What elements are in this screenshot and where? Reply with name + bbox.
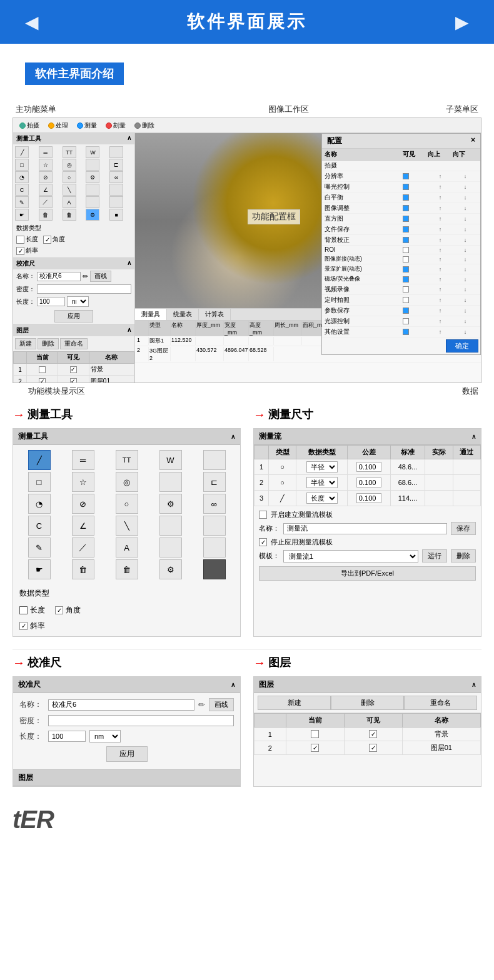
calib-chevron[interactable]: ∧	[231, 681, 235, 688]
layer-r1-visible-box[interactable]: ✓	[369, 730, 377, 738]
config-down-stitch[interactable]: ↓	[453, 256, 478, 262]
flow-save-btn[interactable]: 保存	[451, 522, 476, 535]
measure-tool-chevron[interactable]: ∧	[231, 433, 235, 440]
menu-item-process[interactable]: 处理	[44, 120, 72, 131]
ti-hline[interactable]: ═	[72, 450, 94, 470]
tool-tt[interactable]: TT	[63, 146, 76, 158]
ti-pen[interactable]: ✎	[28, 538, 51, 558]
cb-slope[interactable]: ✓	[16, 247, 24, 255]
flow-run-btn[interactable]: 运行	[422, 549, 447, 562]
config-down-filesave[interactable]: ↓	[453, 226, 478, 232]
calib-draw-btn[interactable]: 画线	[209, 698, 234, 711]
config-vis-depth[interactable]	[403, 266, 409, 272]
config-vis-roi[interactable]	[403, 247, 409, 253]
ti-w[interactable]: W	[159, 450, 182, 470]
config-down-resolution[interactable]: ↓	[453, 173, 478, 179]
config-up-roi[interactable]: ↑	[428, 247, 453, 253]
ti-line[interactable]: ╱	[28, 450, 51, 470]
config-up-exposure[interactable]: ↑	[428, 184, 453, 190]
tool-hand[interactable]: ☛	[15, 209, 29, 221]
flow-export-btn[interactable]: 导出到PDF/Excel	[259, 566, 476, 581]
config-down-exposure[interactable]: ↓	[453, 184, 478, 190]
lp-calib-chevron[interactable]: ∧	[127, 259, 131, 268]
lp-layer-visible-2[interactable]: ✓	[58, 376, 89, 383]
config-vis-wb[interactable]	[403, 194, 409, 201]
config-down-depth[interactable]: ↓	[453, 266, 478, 272]
menu-item-camera[interactable]: 拍摄	[16, 120, 43, 131]
flow-chevron[interactable]: ∧	[471, 433, 476, 440]
ti-circle[interactable]: ○	[116, 494, 138, 514]
tool-circle2[interactable]: ◎	[63, 159, 76, 171]
ti-inf[interactable]: ∞	[203, 494, 226, 514]
calib-name-input[interactable]	[48, 699, 194, 711]
config-vis-video[interactable]	[403, 286, 409, 292]
tool-rect[interactable]: □	[15, 159, 29, 171]
config-vis-other[interactable]	[403, 329, 409, 335]
lp-pencil[interactable]: ✏	[83, 272, 88, 281]
config-down-bgcorrect[interactable]: ↓	[453, 237, 478, 243]
tool-circ[interactable]: ○	[63, 171, 76, 183]
tool-hline[interactable]: ═	[39, 146, 53, 158]
config-close-btn[interactable]: ×	[471, 136, 475, 146]
flow-enable-cb[interactable]	[259, 511, 267, 519]
layer-r1-current-box[interactable]	[311, 730, 319, 738]
flow-r1-select[interactable]: 半径 直径	[306, 461, 338, 472]
next-arrow[interactable]: ▶	[455, 12, 469, 32]
ti-del1[interactable]: 🗑	[72, 559, 94, 579]
config-down-magnetic[interactable]: ↓	[453, 276, 478, 282]
sw-tab-calc[interactable]: 计算表	[199, 309, 231, 320]
tool-del2[interactable]: 🗑	[63, 209, 76, 221]
config-vis-imgadj[interactable]	[403, 205, 409, 211]
lp-draw-btn[interactable]: 画线	[90, 271, 111, 282]
config-vis-magnetic[interactable]	[403, 276, 409, 282]
flow-r3-select[interactable]: 长度	[306, 492, 338, 504]
tool-link[interactable]: ⊏	[109, 159, 123, 171]
calib-unit-select[interactable]: nm μm mm	[89, 730, 121, 742]
lp-layer-current-2[interactable]: ✓	[27, 376, 58, 383]
lp-cb-length[interactable]: 长度	[16, 235, 38, 244]
ti-hand[interactable]: ☛	[28, 559, 51, 579]
cb-angle[interactable]: ✓	[43, 236, 51, 244]
tool-slash[interactable]: ⊘	[39, 171, 53, 183]
cb-angle-box[interactable]: ✓	[55, 606, 63, 614]
config-down-roi[interactable]: ↓	[453, 247, 478, 253]
config-up-imgadj[interactable]: ↑	[428, 205, 453, 211]
flow-stop-cb[interactable]: ✓	[259, 538, 267, 546]
tool-del1[interactable]: 🗑	[39, 209, 53, 221]
lp-del-btn[interactable]: 删除	[38, 338, 59, 349]
tool-fwd[interactable]: ／	[39, 196, 53, 208]
ti-blk[interactable]	[203, 559, 226, 579]
layer-r2-current-box[interactable]: ✓	[311, 744, 319, 752]
config-vis-exposure[interactable]	[403, 184, 409, 190]
config-up-paramsave[interactable]: ↑	[428, 308, 453, 314]
lp-cb-angle[interactable]: ✓ 角度	[43, 235, 65, 244]
config-vis-light[interactable]	[403, 318, 409, 324]
flow-tpl-select[interactable]: 测量流1	[283, 550, 418, 562]
config-up-hist[interactable]: ↑	[428, 216, 453, 222]
cb-length-main[interactable]: 长度	[19, 605, 45, 616]
cb-slope-box[interactable]: ✓	[19, 622, 28, 630]
flow-name-input[interactable]	[283, 523, 447, 534]
tool-line[interactable]: ╱	[15, 146, 29, 158]
sw-tab-measure[interactable]: 测量具	[135, 309, 167, 320]
config-down-timer[interactable]: ↓	[453, 297, 478, 303]
config-up-stitch[interactable]: ↑	[428, 256, 453, 262]
config-vis-timer[interactable]	[403, 297, 409, 303]
tool-star[interactable]: ☆	[39, 159, 53, 171]
layer-rename-btn[interactable]: 重命名	[404, 696, 477, 710]
ti-star[interactable]: ☆	[72, 472, 94, 492]
lp-rename-btn[interactable]: 重命名	[60, 338, 88, 349]
ti-arc[interactable]: ◔	[28, 494, 51, 514]
layer-new-btn[interactable]: 新建	[258, 696, 331, 710]
lp-length-input[interactable]	[37, 297, 65, 306]
lp-density-input[interactable]	[37, 284, 131, 294]
tool-set[interactable]: ⚙	[86, 209, 99, 221]
config-vis-bgcorrect[interactable]	[403, 237, 409, 243]
lp-layer-current-1[interactable]	[27, 364, 58, 376]
config-up-magnetic[interactable]: ↑	[428, 276, 453, 282]
ti-c[interactable]: C	[28, 516, 51, 536]
calib-apply-btn[interactable]: 应用	[106, 746, 148, 762]
tool-sq[interactable]: ■	[109, 209, 123, 221]
cb-length[interactable]	[16, 236, 24, 244]
tool-angle[interactable]: ∠	[39, 184, 53, 196]
